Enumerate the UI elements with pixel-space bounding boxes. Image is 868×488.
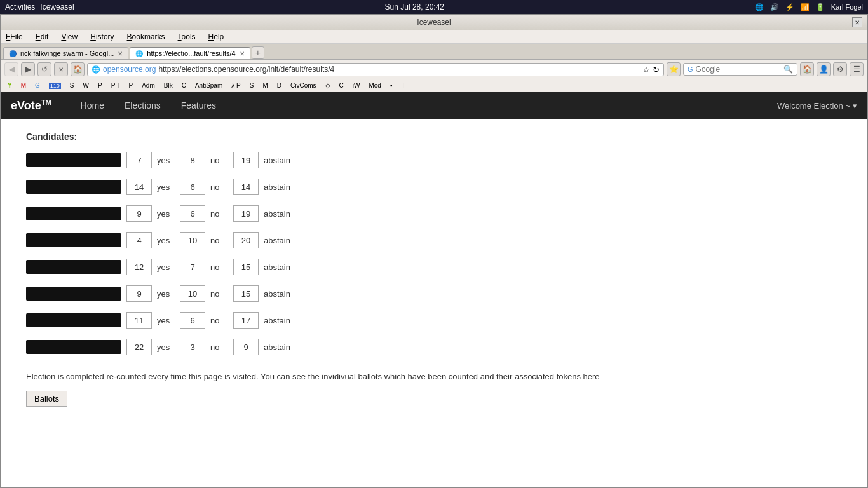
candidate-1-no-label: no — [210, 156, 228, 165]
search-bar[interactable]: G 🔍 — [683, 63, 797, 76]
bk-m-icon: M — [21, 82, 26, 89]
bookmark-blk[interactable]: Blk — [161, 81, 176, 90]
bk-t-icon: T — [401, 82, 405, 89]
bookmark-e[interactable]: ◇ — [322, 81, 334, 90]
bookmark-p1[interactable]: P — [95, 81, 105, 90]
bk-c2-icon: C — [339, 82, 344, 89]
reload-button[interactable]: ↺ — [37, 62, 51, 76]
bookmark-iw[interactable]: iW — [349, 81, 363, 90]
menu-help[interactable]: Help — [206, 32, 227, 42]
tab-1-close[interactable]: ✕ — [118, 50, 123, 57]
tab-bar: 🔵 rick falkvinge swarm - Googl... ✕ 🌐 ht… — [1, 44, 867, 60]
bk-s3-icon: ▪ — [390, 82, 393, 89]
url-site[interactable]: opensource.org — [103, 65, 156, 74]
bookmark-adm[interactable]: Adm — [139, 81, 158, 90]
forward-button[interactable]: ▶ — [21, 62, 35, 76]
bookmark-c1[interactable]: C — [179, 81, 189, 90]
bk-blk-icon: Blk — [164, 82, 173, 89]
bookmark-man[interactable]: M — [259, 81, 271, 90]
search-submit-icon[interactable]: 🔍 — [783, 65, 793, 74]
menu-file[interactable]: FFileFile — [3, 32, 25, 42]
refresh-icon[interactable]: ↻ — [653, 65, 660, 74]
ballots-button[interactable]: Ballots — [26, 391, 67, 407]
network-icon: 🌐 — [755, 3, 764, 11]
bookmark-antispam[interactable]: AntiSpam — [192, 81, 226, 90]
bk-c1-icon: C — [182, 82, 186, 89]
candidate-5-name — [26, 260, 121, 274]
bk-s2-icon: S — [250, 82, 254, 89]
bookmark-p2[interactable]: P — [126, 81, 137, 90]
menu-view[interactable]: View — [58, 32, 80, 42]
bookmark-mod[interactable]: Mod — [365, 81, 384, 90]
home-icon-2[interactable]: 🏠 — [800, 62, 814, 76]
bookmark-w[interactable]: W — [80, 81, 92, 90]
candidate-8-no-label: no — [210, 342, 228, 352]
tab-2-favicon: 🌐 — [135, 50, 143, 57]
browser-title: Iceweasel — [16, 18, 852, 27]
menu-tools[interactable]: Tools — [175, 32, 198, 42]
bookmark-lambda[interactable]: λ P — [228, 81, 243, 90]
bk-mod-icon: Mod — [369, 82, 381, 89]
welcome-text: Welcome Election ~ — [777, 101, 850, 111]
candidate-row-7: 11 yes 6 no 17 abstain — [26, 312, 842, 329]
nav-home[interactable]: Home — [71, 92, 114, 119]
menu-edit[interactable]: Edit — [33, 32, 51, 42]
candidate-8-abstain-count: 9 — [233, 339, 259, 355]
tab-2-label: https://electio...fault/results/4 — [147, 50, 235, 57]
menu-history[interactable]: History — [88, 32, 116, 42]
bookmark-t[interactable]: T — [398, 81, 408, 90]
url-bar[interactable]: 🌐 opensource.org https://elections.opens… — [87, 63, 664, 76]
bookmark-s[interactable]: S — [67, 81, 78, 90]
bookmark-m[interactable]: M — [18, 81, 29, 90]
home-button[interactable]: 🏠 — [71, 62, 85, 76]
bookmark-d[interactable]: D — [274, 81, 285, 90]
bk-w-icon: W — [83, 82, 89, 89]
bookmark-y[interactable]: Y — [4, 81, 15, 90]
candidate-4-no-count: 10 — [180, 232, 205, 248]
candidate-row-2: 14 yes 6 no 14 abstain — [26, 179, 842, 195]
bookmark-star[interactable]: ⭐ — [667, 62, 681, 76]
new-tab-button[interactable]: + — [252, 46, 264, 59]
menu-bookmarks[interactable]: Bookmarks — [125, 32, 168, 42]
url-icons: ☆ ↻ — [642, 65, 660, 74]
bookmark-g[interactable]: G — [32, 81, 43, 90]
stop-button[interactable]: ✕ — [54, 62, 68, 76]
taskbar-center: Sun Jul 28, 20:42 — [74, 3, 755, 11]
settings-icon[interactable]: ⚙ — [833, 62, 847, 76]
address-bar: ◀ ▶ ↺ ✕ 🏠 🌐 opensource.org https://elect… — [1, 60, 867, 79]
back-button[interactable]: ◀ — [4, 62, 18, 76]
menu-bar: FFileFile Edit View History Bookmarks To… — [1, 30, 867, 44]
activities-btn[interactable]: Activities — [5, 3, 35, 11]
candidate-6-abstain-count: 15 — [233, 285, 259, 302]
candidate-7-no-count: 6 — [180, 312, 205, 329]
bookmark-s2[interactable]: S — [247, 81, 257, 90]
app-navbar: eVoteTM Home Elections Features Welcome … — [1, 92, 867, 119]
taskbar: Activities Iceweasel Sun Jul 28, 20:42 🌐… — [0, 0, 868, 14]
bookmark-110[interactable]: 110 — [46, 81, 64, 90]
bookmark-s3[interactable]: ▪ — [387, 81, 396, 90]
bookmark-civs[interactable]: CivComs — [287, 81, 320, 90]
bookmark-ph[interactable]: PH — [108, 81, 123, 90]
menu-icon[interactable]: ☰ — [850, 62, 864, 76]
bookmark-c2[interactable]: C — [336, 81, 347, 90]
tab-1-label: rick falkvinge swarm - Googl... — [20, 50, 114, 57]
brand-sup: TM — [41, 98, 51, 106]
nav-welcome[interactable]: Welcome Election ~ ▾ — [777, 101, 857, 111]
candidate-2-yes-label: yes — [157, 182, 175, 192]
tab-2[interactable]: 🌐 https://electio...fault/results/4 ✕ — [130, 47, 250, 59]
search-input[interactable] — [696, 65, 783, 74]
bk-s-icon: S — [70, 82, 74, 89]
candidate-1-abstain-label: abstain — [264, 156, 290, 165]
star-icon[interactable]: ☆ — [642, 65, 650, 74]
tab-2-close[interactable]: ✕ — [240, 50, 245, 57]
user-name: Karl Fogel — [831, 3, 863, 11]
close-button[interactable]: ✕ — [852, 17, 862, 27]
nav-elections[interactable]: Elections — [114, 92, 171, 119]
candidate-2-abstain-count: 14 — [233, 179, 259, 195]
candidate-4-yes-count: 4 — [126, 232, 152, 248]
taskbar-app-name[interactable]: Iceweasel — [40, 3, 74, 11]
candidate-1-no-count: 8 — [180, 152, 205, 168]
avatar-icon[interactable]: 👤 — [817, 62, 831, 76]
nav-features[interactable]: Features — [171, 92, 226, 119]
tab-1[interactable]: 🔵 rick falkvinge swarm - Googl... ✕ — [3, 47, 128, 59]
